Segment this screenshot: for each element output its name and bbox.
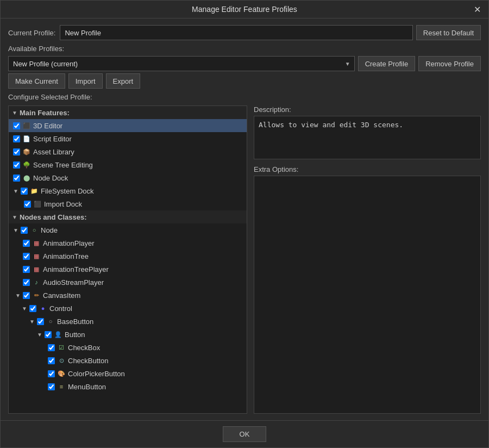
checkbox-menu-button[interactable] — [48, 383, 55, 390]
tree-item-filesystem-dock[interactable]: ▼ 📁 FileSystem Dock — [9, 184, 247, 197]
checkbox-check-button[interactable] — [48, 357, 55, 364]
profile-select[interactable]: New Profile (current) — [8, 56, 355, 71]
extra-options-section: Extra Options: — [254, 165, 481, 414]
audio-stream-player-icon: ♪ — [32, 278, 41, 287]
remove-profile-button[interactable]: Remove Profile — [418, 56, 481, 71]
menu-button-icon: ≡ — [57, 382, 66, 391]
description-text[interactable] — [254, 116, 481, 159]
nodes-section-header[interactable]: ▼ Nodes and Classes: — [9, 210, 247, 223]
right-panel: Description: Extra Options: — [254, 105, 481, 414]
canvas-item-icon: ✏ — [32, 291, 41, 300]
tree-item-animation-player[interactable]: ▦ AnimationPlayer — [9, 237, 247, 250]
tree-item-check-button[interactable]: ⊙ CheckButton — [9, 354, 247, 367]
base-button-label: BaseButton — [57, 318, 93, 326]
reset-to-default-button[interactable]: Reset to Default — [416, 25, 481, 40]
close-button[interactable]: ✕ — [471, 3, 484, 16]
tree-item-animation-tree-player[interactable]: ▦ AnimationTreePlayer — [9, 263, 247, 276]
import-dock-icon: ⬛ — [33, 200, 42, 208]
tree-item-checkbox-node[interactable]: ☑ CheckBox — [9, 341, 247, 354]
checkbox-animation-tree[interactable] — [23, 253, 30, 260]
node-toggle: ▼ — [13, 227, 21, 233]
export-button[interactable]: Export — [106, 73, 141, 89]
button-icon: 👤 — [54, 330, 62, 339]
base-button-toggle: ▼ — [29, 319, 37, 325]
tree-item-node[interactable]: ▼ ○ Node — [9, 223, 247, 237]
3d-editor-label: 3D Editor — [33, 122, 62, 130]
filesystem-dock-label: FileSystem Dock — [41, 187, 94, 195]
make-current-button[interactable]: Make Current — [8, 73, 65, 89]
dialog-content: Current Profile: Reset to Default Availa… — [1, 18, 488, 420]
import-button[interactable]: Import — [68, 73, 103, 89]
tree-item-3d-editor[interactable]: ⬛ 3D Editor — [9, 119, 247, 132]
animation-tree-player-icon: ▦ — [32, 265, 41, 273]
color-picker-button-label: ColorPickerButton — [68, 370, 125, 378]
base-button-icon: ○ — [46, 317, 55, 326]
checkbox-color-picker-button[interactable] — [48, 370, 55, 377]
current-profile-label: Current Profile: — [8, 29, 55, 37]
tree-item-menu-button[interactable]: ≡ MenuButton — [9, 380, 247, 393]
checkbox-button[interactable] — [45, 331, 52, 338]
action-buttons: Make Current Import Export — [8, 73, 481, 89]
main-features-label: Main Features: — [20, 109, 70, 117]
animation-tree-player-label: AnimationTreePlayer — [43, 265, 109, 273]
filesystem-dock-icon: 📁 — [30, 186, 39, 195]
main-features-header[interactable]: ▼ Main Features: — [9, 106, 247, 119]
canvas-item-toggle: ▼ — [15, 293, 23, 298]
tree-item-animation-tree[interactable]: ▦ AnimationTree — [9, 250, 247, 263]
node-icon: ○ — [30, 226, 39, 234]
extra-options-box — [254, 176, 481, 414]
tree-item-control[interactable]: ▼ ● Control — [9, 302, 247, 315]
checkbox-control[interactable] — [29, 305, 36, 312]
tree-item-color-picker-button[interactable]: 🎨 ColorPickerButton — [9, 367, 247, 380]
checkbox-audio-stream-player[interactable] — [23, 279, 30, 286]
tree-item-button[interactable]: ▼ 👤 Button — [9, 328, 247, 341]
dialog: Manage Editor Feature Profiles ✕ Current… — [0, 0, 489, 448]
dialog-title: Manage Editor Feature Profiles — [192, 5, 297, 14]
tree-item-script-editor[interactable]: 📄 Script Editor — [9, 132, 247, 145]
canvas-item-label: CanvasItem — [43, 291, 80, 300]
tree-item-base-button[interactable]: ▼ ○ BaseButton — [9, 315, 247, 328]
tree-panel[interactable]: ▼ Main Features: ⬛ 3D Editor 📄 Script Ed… — [8, 105, 247, 414]
import-dock-label: Import Dock — [44, 200, 82, 208]
control-icon: ● — [39, 304, 47, 313]
checkbox-scene-tree-editing[interactable] — [13, 161, 20, 169]
checkbox-animation-player[interactable] — [23, 240, 30, 247]
tree-item-asset-library[interactable]: 📦 Asset Library — [9, 145, 247, 158]
checkbox-filesystem-dock[interactable] — [21, 188, 28, 195]
nodes-section-label: Nodes and Classes: — [20, 213, 87, 221]
filesystem-dock-toggle: ▼ — [13, 188, 21, 194]
ok-button[interactable]: OK — [223, 426, 267, 442]
checkbox-canvas-item[interactable] — [23, 292, 30, 299]
control-toggle: ▼ — [22, 306, 29, 312]
checkbox-script-editor[interactable] — [13, 135, 20, 142]
tree-item-audio-stream-player[interactable]: ♪ AudioStreamPlayer — [9, 276, 247, 289]
checkbox-3d-editor[interactable] — [13, 122, 20, 129]
checkbox-node-dock[interactable] — [13, 175, 20, 182]
checkbox-node-label: CheckBox — [68, 344, 100, 352]
checkbox-checkbox-node[interactable] — [48, 344, 55, 351]
checkbox-animation-tree-player[interactable] — [23, 266, 30, 273]
tree-item-scene-tree-editing[interactable]: 🌳 Scene Tree Editing — [9, 158, 247, 171]
ok-bar: OK — [1, 420, 488, 447]
nodes-section-toggle: ▼ — [12, 214, 20, 220]
scene-tree-editing-label: Scene Tree Editing — [33, 161, 93, 169]
tree-item-import-dock[interactable]: ⬛ Import Dock — [9, 197, 247, 210]
checkbox-asset-library[interactable] — [13, 148, 20, 155]
script-editor-label: Script Editor — [33, 135, 72, 143]
button-label: Button — [65, 331, 85, 339]
checkbox-import-dock[interactable] — [24, 201, 31, 208]
main-area: ▼ Main Features: ⬛ 3D Editor 📄 Script Ed… — [8, 105, 481, 414]
node-dock-icon: ⬤ — [22, 173, 31, 182]
check-button-label: CheckButton — [68, 357, 108, 365]
create-profile-button[interactable]: Create Profile — [358, 56, 415, 71]
description-section: Description: — [254, 105, 481, 161]
node-label: Node — [41, 226, 58, 234]
current-profile-input[interactable] — [60, 25, 412, 40]
scene-tree-icon: 🌳 — [22, 160, 31, 169]
checkbox-base-button[interactable] — [37, 318, 44, 325]
tree-item-canvas-item[interactable]: ▼ ✏ CanvasItem — [9, 289, 247, 302]
audio-stream-player-label: AudioStreamPlayer — [43, 278, 104, 287]
tree-item-node-dock[interactable]: ⬤ Node Dock — [9, 171, 247, 184]
checkbox-node[interactable] — [21, 227, 28, 234]
node-dock-label: Node Dock — [33, 174, 68, 182]
